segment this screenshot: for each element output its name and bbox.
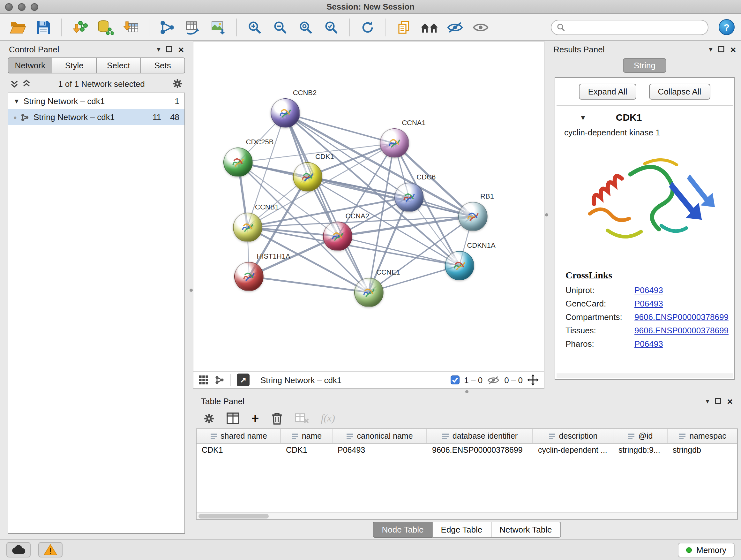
network-node-CCNB2[interactable] (271, 99, 300, 128)
import-network-file-button[interactable] (68, 16, 91, 38)
zoom-fit-button[interactable] (294, 16, 317, 38)
section-caret-icon[interactable]: ▼ (580, 113, 587, 121)
collapse-all-icon[interactable] (10, 79, 18, 88)
panel-float-icon[interactable] (166, 46, 172, 52)
column-header-database-identifier[interactable]: database identifier (427, 429, 533, 443)
network-node-CCNA2[interactable] (323, 222, 352, 251)
left-splitter[interactable] (189, 41, 193, 539)
column-options-icon[interactable] (346, 432, 354, 440)
help-button[interactable]: ? (719, 19, 735, 35)
column-header-namespac[interactable]: namespac (668, 429, 738, 443)
network-node-HIST1H1A[interactable] (234, 262, 264, 291)
expand-all-button[interactable]: Expand All (579, 84, 636, 100)
network-node-RB1[interactable] (458, 202, 487, 231)
zoom-selected-button[interactable] (320, 16, 343, 38)
column-options-icon[interactable] (291, 432, 299, 440)
column-options-icon[interactable] (628, 432, 635, 440)
hide-selected-button[interactable] (444, 16, 467, 38)
right-splitter[interactable] (544, 41, 548, 389)
memory-button[interactable]: Memory (678, 543, 735, 557)
network-edge[interactable] (249, 276, 368, 293)
selected-checkbox-icon[interactable] (451, 375, 460, 384)
tab-edge-table[interactable]: Edge Table (432, 521, 491, 537)
column-header-name[interactable]: name (281, 429, 333, 443)
tab-sets[interactable]: Sets (140, 57, 185, 73)
table-panel-splitter[interactable] (193, 389, 741, 394)
crosslink-value-link[interactable]: P06493 (634, 286, 663, 295)
table-cell[interactable]: stringdb (668, 444, 738, 457)
export-image-button[interactable] (207, 16, 230, 38)
tab-string[interactable]: String (623, 58, 666, 73)
panel-menu-icon[interactable]: ▾ (157, 46, 160, 53)
panel-float-icon[interactable] (715, 398, 721, 404)
birdseye-view-button[interactable]: ↗ (237, 374, 250, 386)
crosslink-value-link[interactable]: P06493 (634, 299, 663, 308)
tab-network-table[interactable]: Network Table (490, 521, 561, 537)
tab-network[interactable]: Network (8, 57, 53, 73)
network-row[interactable]: ● String Network – cdk1 11 48 (8, 109, 185, 125)
table-cell[interactable]: 9606.ENSP00000378699 (427, 444, 533, 457)
search-input[interactable] (569, 22, 703, 32)
trash-icon[interactable] (271, 412, 282, 425)
results-scrollbar[interactable] (556, 374, 733, 378)
columns-icon[interactable] (226, 413, 239, 424)
cloud-status-button[interactable] (6, 542, 30, 557)
gear-icon[interactable] (204, 413, 214, 424)
column-header-shared-name[interactable]: shared name (197, 429, 281, 443)
new-network-from-table-button[interactable] (181, 16, 204, 38)
warnings-button[interactable] (38, 542, 63, 557)
column-options-icon[interactable] (442, 432, 449, 440)
network-node-CCNA1[interactable] (380, 129, 409, 158)
crosslink-value-link[interactable]: 9606.ENSP00000378699 (634, 326, 729, 335)
open-session-button[interactable] (6, 16, 29, 38)
tab-select[interactable]: Select (96, 57, 141, 73)
clone-network-button[interactable] (393, 16, 415, 38)
column-options-icon[interactable] (548, 432, 556, 440)
minimize-window-button[interactable] (18, 3, 25, 11)
network-node-CDC6[interactable] (394, 182, 423, 212)
network-collection-row[interactable]: ▼ String Network – cdk1 1 (8, 93, 185, 109)
move-crosshair-icon[interactable] (527, 374, 539, 386)
show-all-button[interactable] (469, 16, 492, 38)
panel-close-icon[interactable]: × (727, 396, 733, 406)
tree-caret-icon[interactable]: ▼ (13, 98, 20, 105)
tab-node-table[interactable]: Node Table (373, 521, 432, 537)
new-network-button[interactable] (156, 16, 179, 38)
gear-icon[interactable] (172, 78, 183, 89)
table-cell[interactable]: P06493 (333, 444, 427, 457)
panel-menu-icon[interactable]: ▾ (709, 46, 712, 53)
table-cell[interactable]: cyclin-dependent ... (533, 444, 613, 457)
table-horizontal-scrollbar[interactable] (197, 512, 737, 519)
panel-close-icon[interactable]: × (178, 44, 184, 54)
toolbar-search[interactable] (551, 19, 709, 35)
table-row[interactable]: CDK1CDK1P064939606.ENSP00000378699cyclin… (197, 444, 737, 457)
zoom-out-button[interactable] (269, 16, 292, 38)
crosslink-value-link[interactable]: 9606.ENSP00000378699 (634, 312, 729, 322)
network-glyph-icon[interactable] (214, 375, 225, 385)
zoom-window-button[interactable] (30, 3, 38, 11)
first-neighbors-button[interactable] (418, 16, 441, 38)
panel-menu-icon[interactable]: ▾ (705, 397, 709, 405)
zoom-in-button[interactable] (243, 16, 266, 38)
network-node-CCNE1[interactable] (354, 277, 383, 307)
hidden-eye-icon[interactable] (487, 375, 500, 385)
import-network-database-button[interactable] (94, 16, 117, 38)
column-options-icon[interactable] (678, 432, 686, 440)
column-header--id[interactable]: @id (613, 429, 668, 443)
grid-view-icon[interactable] (199, 375, 209, 385)
add-column-icon[interactable]: + (252, 412, 259, 425)
network-canvas[interactable]: CCNB2CCNA1CDC25BCDK1CDC6RB1CCNB1CCNA2CDK… (193, 41, 544, 371)
import-table-file-button[interactable] (119, 16, 142, 38)
table-cell[interactable]: stringdb:9... (613, 444, 668, 457)
column-header-description[interactable]: description (533, 429, 613, 443)
network-node-CCNB1[interactable] (232, 212, 262, 242)
network-node-CDC25B[interactable] (224, 148, 253, 177)
tab-style[interactable]: Style (52, 57, 97, 73)
column-options-icon[interactable] (210, 432, 217, 440)
table-cell[interactable]: CDK1 (197, 444, 281, 457)
panel-close-icon[interactable]: × (730, 44, 736, 54)
network-node-CDK1[interactable] (293, 162, 322, 191)
crosslink-value-link[interactable]: P06493 (634, 339, 663, 349)
scrollbar-thumb[interactable] (199, 514, 269, 518)
network-edge[interactable] (285, 113, 368, 292)
